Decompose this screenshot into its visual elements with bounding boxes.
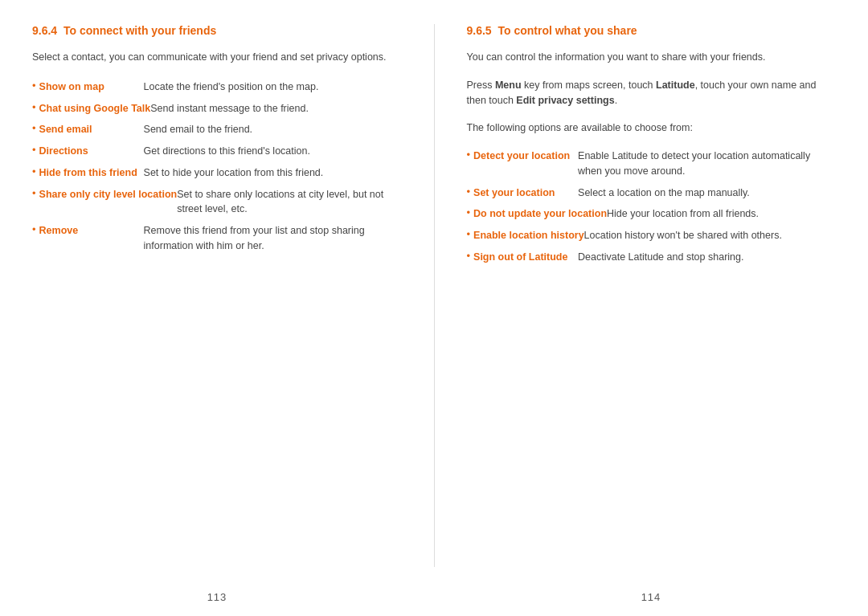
bullet-r2: • [467,186,471,198]
desc-chat-google-talk: Send instant message to the friend. [150,101,401,116]
desc-send-email: Send email to the friend. [144,122,402,137]
right-section-heading: 9.6.5 To control what you share [467,24,837,37]
term-enable-history: Enable location history [473,228,584,243]
bullet-r3: • [467,206,471,218]
option-directions: • Directions Get directions to this frie… [32,144,402,159]
term-send-email: Send email [39,122,144,137]
option-chat-google-talk: • Chat using Google Talk Send instant me… [32,101,402,116]
right-options-list: • Detect your location Enable Latitude t… [467,149,837,265]
term-detect-location: Detect your location [473,149,578,164]
page-right: 9.6.5 To control what you share You can … [467,24,837,567]
desc-remove: Remove this friend from your list and st… [144,223,402,254]
page-number-left: 113 [207,591,227,603]
term-set-location: Set your location [473,186,578,201]
option-set-location: • Set your location Select a location on… [467,186,837,201]
bullet-5: • [32,165,36,177]
desc-enable-history: Location history won't be shared with ot… [584,228,836,243]
bullet-7: • [32,223,36,235]
desc-share-city: Set to share only locations at city leve… [177,187,401,218]
option-remove: • Remove Remove this friend from your li… [32,223,402,254]
term-remove: Remove [39,223,144,239]
option-do-not-update: • Do not update your location Hide your … [467,206,837,222]
right-intro2: Press Menu key from maps screen, touch L… [467,78,837,108]
left-options-list: • Show on map Locate the friend's positi… [32,80,402,254]
desc-hide-from: Set to hide your location from this frie… [144,165,402,181]
page-number-right: 114 [641,591,661,603]
right-intro3: The following options are available to c… [467,120,837,136]
option-show-on-map: • Show on map Locate the friend's positi… [32,80,402,95]
left-section-heading: 9.6.4 To connect with your friends [32,24,402,37]
desc-detect-location: Enable Latitude to detect your location … [578,149,836,179]
option-enable-history: • Enable location history Location histo… [467,228,837,243]
term-show-on-map: Show on map [39,80,144,95]
desc-directions: Get directions to this friend's location… [144,144,402,159]
desc-sign-out: Deactivate Latitude and stop sharing. [578,250,836,265]
bullet-4: • [32,144,36,156]
bullet-1: • [32,80,36,92]
bullet-r5: • [467,250,471,262]
option-hide-from: • Hide from this friend Set to hide your… [32,165,402,181]
option-share-city: • Share only city level location Set to … [32,187,402,218]
option-detect-location: • Detect your location Enable Latitude t… [467,149,837,179]
left-intro: Select a contact, you can communicate wi… [32,50,402,65]
right-intro1: You can control the information you want… [467,50,837,65]
term-share-city: Share only city level location [39,187,178,202]
bullet-r1: • [467,149,471,161]
desc-show-on-map: Locate the friend's position on the map. [144,80,402,95]
bullet-r4: • [467,228,471,240]
bullet-6: • [32,187,36,199]
desc-set-location: Select a location on the map manually. [578,186,836,201]
term-hide-from: Hide from this friend [39,165,144,181]
bullet-3: • [32,122,36,134]
desc-do-not-update: Hide your location from all friends. [607,206,836,222]
bullet-2: • [32,101,36,113]
option-sign-out: • Sign out of Latitude Deactivate Latitu… [467,250,837,265]
term-chat-google-talk: Chat using Google Talk [39,101,151,116]
term-sign-out: Sign out of Latitude [473,250,578,265]
page-numbers-row: 113 114 [0,583,868,616]
term-directions: Directions [39,144,144,159]
term-do-not-update: Do not update your location [473,206,607,222]
page-left: 9.6.4 To connect with your friends Selec… [32,24,402,567]
option-send-email: • Send email Send email to the friend. [32,122,402,137]
page-divider [434,24,435,567]
